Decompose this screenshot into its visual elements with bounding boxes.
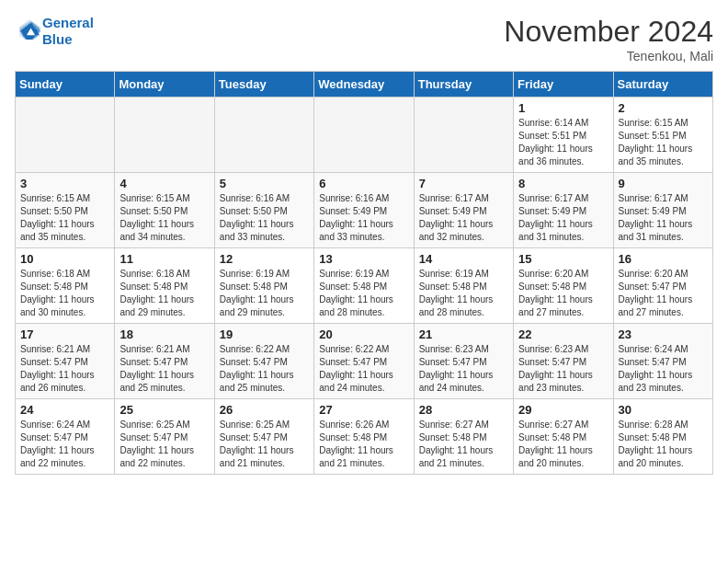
day-number: 17	[20, 327, 109, 341]
day-info: Sunrise: 6:27 AM Sunset: 5:48 PM Dayligh…	[419, 419, 508, 470]
day-number: 12	[220, 252, 309, 266]
table-row: 26Sunrise: 6:25 AM Sunset: 5:47 PM Dayli…	[214, 399, 313, 475]
day-info: Sunrise: 6:24 AM Sunset: 5:47 PM Dayligh…	[20, 419, 109, 470]
table-row: 28Sunrise: 6:27 AM Sunset: 5:48 PM Dayli…	[414, 399, 513, 475]
table-row: 7Sunrise: 6:17 AM Sunset: 5:49 PM Daylig…	[414, 173, 513, 248]
day-info: Sunrise: 6:17 AM Sunset: 5:49 PM Dayligh…	[619, 192, 708, 244]
day-number: 25	[119, 403, 209, 417]
table-row: 17Sunrise: 6:21 AM Sunset: 5:47 PM Dayli…	[16, 324, 115, 399]
day-number: 27	[319, 403, 408, 417]
table-row	[115, 98, 214, 173]
calendar-header-row: Sunday Monday Tuesday Wednesday Thursday…	[16, 72, 713, 98]
day-info: Sunrise: 6:16 AM Sunset: 5:49 PM Dayligh…	[319, 192, 408, 244]
day-number: 4	[119, 177, 209, 190]
table-row: 10Sunrise: 6:18 AM Sunset: 5:48 PM Dayli…	[16, 248, 115, 324]
day-info: Sunrise: 6:20 AM Sunset: 5:48 PM Dayligh…	[518, 268, 608, 319]
table-row	[314, 98, 414, 173]
table-row: 14Sunrise: 6:19 AM Sunset: 5:48 PM Dayli…	[414, 248, 513, 324]
day-info: Sunrise: 6:18 AM Sunset: 5:48 PM Dayligh…	[20, 268, 109, 319]
day-info: Sunrise: 6:14 AM Sunset: 5:51 PM Dayligh…	[518, 117, 608, 168]
table-row: 18Sunrise: 6:21 AM Sunset: 5:47 PM Dayli…	[115, 324, 214, 399]
month-title: November 2024	[504, 15, 713, 49]
table-row: 15Sunrise: 6:20 AM Sunset: 5:48 PM Dayli…	[514, 248, 613, 324]
day-info: Sunrise: 6:23 AM Sunset: 5:47 PM Dayligh…	[518, 343, 608, 395]
day-info: Sunrise: 6:25 AM Sunset: 5:47 PM Dayligh…	[119, 419, 209, 470]
day-number: 15	[518, 252, 608, 266]
table-row: 1Sunrise: 6:14 AM Sunset: 5:51 PM Daylig…	[514, 98, 613, 173]
day-number: 8	[518, 177, 608, 190]
logo-icon	[17, 17, 42, 42]
day-info: Sunrise: 6:28 AM Sunset: 5:48 PM Dayligh…	[619, 419, 708, 470]
calendar-week-row: 1Sunrise: 6:14 AM Sunset: 5:51 PM Daylig…	[16, 98, 713, 173]
day-number: 7	[419, 177, 508, 190]
day-info: Sunrise: 6:21 AM Sunset: 5:47 PM Dayligh…	[119, 343, 209, 395]
day-number: 24	[20, 403, 109, 417]
table-row: 9Sunrise: 6:17 AM Sunset: 5:49 PM Daylig…	[613, 173, 712, 248]
day-number: 18	[119, 327, 209, 341]
table-row: 22Sunrise: 6:23 AM Sunset: 5:47 PM Dayli…	[514, 324, 613, 399]
table-row: 11Sunrise: 6:18 AM Sunset: 5:48 PM Dayli…	[115, 248, 214, 324]
table-row: 3Sunrise: 6:15 AM Sunset: 5:50 PM Daylig…	[16, 173, 115, 248]
table-row: 19Sunrise: 6:22 AM Sunset: 5:47 PM Dayli…	[214, 324, 313, 399]
col-thursday: Thursday	[414, 72, 513, 98]
day-number: 10	[20, 252, 109, 266]
page-header: General Blue November 2024 Tenenkou, Mal…	[15, 15, 713, 63]
day-number: 9	[619, 177, 708, 190]
col-saturday: Saturday	[613, 72, 712, 98]
col-wednesday: Wednesday	[314, 72, 414, 98]
day-info: Sunrise: 6:24 AM Sunset: 5:47 PM Dayligh…	[619, 343, 708, 395]
table-row: 20Sunrise: 6:22 AM Sunset: 5:47 PM Dayli…	[314, 324, 414, 399]
day-number: 21	[419, 327, 508, 341]
day-number: 11	[119, 252, 209, 266]
table-row: 8Sunrise: 6:17 AM Sunset: 5:49 PM Daylig…	[514, 173, 613, 248]
day-info: Sunrise: 6:22 AM Sunset: 5:47 PM Dayligh…	[220, 343, 309, 395]
day-number: 20	[319, 327, 408, 341]
day-number: 28	[419, 403, 508, 417]
day-info: Sunrise: 6:23 AM Sunset: 5:47 PM Dayligh…	[419, 343, 508, 395]
day-number: 29	[518, 403, 608, 417]
day-info: Sunrise: 6:20 AM Sunset: 5:47 PM Dayligh…	[619, 268, 708, 319]
day-number: 26	[220, 403, 309, 417]
table-row: 27Sunrise: 6:26 AM Sunset: 5:48 PM Dayli…	[314, 399, 414, 475]
day-info: Sunrise: 6:17 AM Sunset: 5:49 PM Dayligh…	[419, 192, 508, 244]
col-tuesday: Tuesday	[214, 72, 313, 98]
table-row	[414, 98, 513, 173]
table-row: 21Sunrise: 6:23 AM Sunset: 5:47 PM Dayli…	[414, 324, 513, 399]
day-number: 5	[220, 177, 309, 190]
day-info: Sunrise: 6:19 AM Sunset: 5:48 PM Dayligh…	[319, 268, 408, 319]
day-number: 19	[220, 327, 309, 341]
logo: General Blue	[15, 15, 94, 48]
table-row: 5Sunrise: 6:16 AM Sunset: 5:50 PM Daylig…	[214, 173, 313, 248]
day-number: 6	[319, 177, 408, 190]
day-number: 23	[619, 327, 708, 341]
table-row: 25Sunrise: 6:25 AM Sunset: 5:47 PM Dayli…	[115, 399, 214, 475]
table-row: 2Sunrise: 6:15 AM Sunset: 5:51 PM Daylig…	[613, 98, 712, 173]
day-info: Sunrise: 6:22 AM Sunset: 5:47 PM Dayligh…	[319, 343, 408, 395]
table-row: 30Sunrise: 6:28 AM Sunset: 5:48 PM Dayli…	[613, 399, 712, 475]
calendar-table: Sunday Monday Tuesday Wednesday Thursday…	[15, 71, 713, 475]
table-row: 16Sunrise: 6:20 AM Sunset: 5:47 PM Dayli…	[613, 248, 712, 324]
day-number: 3	[20, 177, 109, 190]
day-info: Sunrise: 6:25 AM Sunset: 5:47 PM Dayligh…	[220, 419, 309, 470]
table-row: 23Sunrise: 6:24 AM Sunset: 5:47 PM Dayli…	[613, 324, 712, 399]
day-info: Sunrise: 6:18 AM Sunset: 5:48 PM Dayligh…	[119, 268, 209, 319]
col-monday: Monday	[115, 72, 214, 98]
calendar-week-row: 17Sunrise: 6:21 AM Sunset: 5:47 PM Dayli…	[16, 324, 713, 399]
title-area: November 2024 Tenenkou, Mali	[504, 15, 713, 63]
calendar-week-row: 24Sunrise: 6:24 AM Sunset: 5:47 PM Dayli…	[16, 399, 713, 475]
table-row: 29Sunrise: 6:27 AM Sunset: 5:48 PM Dayli…	[514, 399, 613, 475]
table-row: 4Sunrise: 6:15 AM Sunset: 5:50 PM Daylig…	[115, 173, 214, 248]
day-info: Sunrise: 6:26 AM Sunset: 5:48 PM Dayligh…	[319, 419, 408, 470]
location: Tenenkou, Mali	[504, 49, 713, 63]
day-number: 14	[419, 252, 508, 266]
col-friday: Friday	[514, 72, 613, 98]
day-info: Sunrise: 6:19 AM Sunset: 5:48 PM Dayligh…	[419, 268, 508, 319]
day-info: Sunrise: 6:21 AM Sunset: 5:47 PM Dayligh…	[20, 343, 109, 395]
day-number: 16	[619, 252, 708, 266]
table-row: 24Sunrise: 6:24 AM Sunset: 5:47 PM Dayli…	[16, 399, 115, 475]
day-info: Sunrise: 6:27 AM Sunset: 5:48 PM Dayligh…	[518, 419, 608, 470]
table-row: 13Sunrise: 6:19 AM Sunset: 5:48 PM Dayli…	[314, 248, 414, 324]
calendar-week-row: 10Sunrise: 6:18 AM Sunset: 5:48 PM Dayli…	[16, 248, 713, 324]
table-row	[214, 98, 313, 173]
table-row: 6Sunrise: 6:16 AM Sunset: 5:49 PM Daylig…	[314, 173, 414, 248]
